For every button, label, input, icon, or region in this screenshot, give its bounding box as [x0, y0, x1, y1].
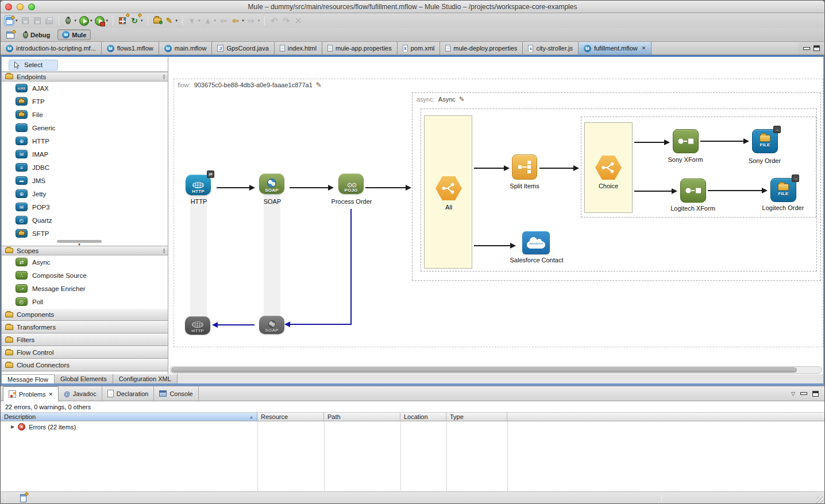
column-resource[interactable]: Resource: [257, 412, 324, 421]
close-view-icon[interactable]: ✕: [48, 391, 53, 397]
new-mule-project-button[interactable]: [117, 15, 128, 26]
run-button[interactable]: [79, 15, 89, 26]
run-secure-dropdown[interactable]: ▾: [106, 18, 109, 23]
palette-item-pop3[interactable]: ✉POP3: [2, 200, 168, 214]
tab-index-html[interactable]: index.html: [275, 42, 322, 55]
soap-node[interactable]: SOAP: [259, 173, 284, 194]
column-description[interactable]: Description▲: [1, 412, 257, 421]
back-dropdown[interactable]: ▾: [242, 18, 244, 23]
palette-group-components[interactable]: Components: [2, 308, 168, 321]
forward-dropdown[interactable]: ▾: [258, 18, 260, 23]
tab-mule-app-properties[interactable]: mule-app.properties: [322, 42, 398, 55]
tab-declaration[interactable]: → Declaration: [102, 386, 155, 401]
canvas-horizontal-scrollbar[interactable]: [169, 366, 822, 374]
tab-main-mflow[interactable]: Mmain.mflow: [159, 42, 213, 55]
tab-pom-xml[interactable]: Xpom.xml: [398, 42, 441, 55]
print-button[interactable]: [44, 15, 55, 26]
flow-canvas[interactable]: flow: 903675c0-be88-4db3-a0e9-faaae1c877…: [168, 57, 823, 374]
palette-item-generic[interactable]: Generic: [2, 121, 168, 134]
search-markers-button[interactable]: ✎: [164, 15, 175, 26]
soap-response-node[interactable]: SOAP: [259, 316, 284, 334]
tab-fufillment-mflow[interactable]: Mfufillment.mflow✕: [579, 42, 651, 55]
palette-item-async[interactable]: ⇄Async: [2, 255, 168, 269]
close-window-button[interactable]: [5, 3, 12, 10]
pin-palette-icon[interactable]: ⟨⟩: [163, 248, 164, 254]
palette-item-http[interactable]: ⊕HTTP: [2, 134, 168, 148]
palette-item-composite-source[interactable]: ∴Composite Source: [2, 269, 168, 282]
edit-flow-name-icon[interactable]: ✎: [316, 81, 322, 89]
tab-problems[interactable]: Problems ✕: [3, 386, 59, 401]
palette-group-endpoints[interactable]: Endpoints ⟨⟩: [2, 72, 168, 82]
resize-grip[interactable]: [816, 497, 824, 504]
scrollbar-thumb[interactable]: [171, 367, 797, 373]
open-resource-button[interactable]: [152, 15, 163, 26]
tab-flows1-mflow[interactable]: Mflows1.mflow: [102, 42, 159, 55]
palette-item-quartz[interactable]: ◴Quartz: [2, 214, 168, 227]
zoom-window-button[interactable]: [28, 3, 35, 10]
save-button[interactable]: [20, 15, 30, 26]
update-project-dropdown[interactable]: ▾: [141, 18, 143, 23]
run-dropdown[interactable]: ▾: [90, 18, 92, 23]
palette-group-transformers[interactable]: Transformers: [2, 321, 168, 334]
new-wizard-button[interactable]: [4, 15, 14, 26]
minimize-view-icon[interactable]: [803, 47, 810, 50]
palette-item-sftp[interactable]: SFTP: [2, 227, 168, 240]
tab-city-stroller-js[interactable]: scity-stroller.js: [523, 42, 579, 55]
palette-item-file[interactable]: File: [2, 108, 168, 121]
palette-item-message-enricher[interactable]: ‥▪Message Enricher: [2, 282, 168, 295]
save-all-button[interactable]: [32, 15, 43, 26]
open-perspective-button[interactable]: [5, 30, 16, 40]
tab-configuration-xml[interactable]: Configuration XML: [113, 374, 178, 383]
forward-button[interactable]: ⇨: [246, 15, 257, 26]
sony-order-node[interactable]: → FILE: [752, 129, 778, 153]
prev-annotation-button[interactable]: ▲: [203, 15, 213, 26]
maximize-view-icon[interactable]: [812, 391, 819, 397]
maximize-view-icon[interactable]: [814, 45, 820, 51]
column-location[interactable]: Location: [400, 412, 446, 421]
palette-group-flow-control[interactable]: Flow Control: [2, 346, 168, 359]
next-annotation-button[interactable]: ▼: [187, 15, 197, 26]
delete-button[interactable]: ✕: [293, 15, 303, 26]
http-response-node[interactable]: HTTP: [185, 316, 210, 335]
search-markers-dropdown[interactable]: ▾: [176, 18, 178, 23]
update-project-button[interactable]: ↻: [129, 15, 140, 26]
tab-gpscoord-java[interactable]: JGpsCoord.java: [212, 42, 274, 55]
tab-global-elements[interactable]: Global Elements: [55, 374, 113, 383]
debug-button[interactable]: [63, 15, 74, 26]
next-annotation-dropdown[interactable]: ▾: [198, 18, 201, 23]
view-menu-icon[interactable]: ▽: [791, 391, 795, 397]
tab-introduction-to-scripting[interactable]: Mintroduction-to-scripting.mf...: [1, 42, 102, 55]
tab-javadoc[interactable]: @ Javadoc: [59, 386, 102, 401]
expand-arrow-icon[interactable]: ▶: [11, 424, 14, 429]
tab-message-flow[interactable]: Message Flow: [2, 374, 55, 383]
undo-button[interactable]: ↶: [269, 15, 279, 26]
palette-item-ftp[interactable]: FTP: [2, 95, 168, 108]
tab-mule-deploy-properties[interactable]: mule-deploy.properties: [440, 42, 523, 55]
run-secure-button[interactable]: [95, 15, 105, 26]
process-order-node[interactable]: ⚙⚙ POJO: [338, 173, 364, 194]
sony-xform-node[interactable]: [673, 129, 699, 153]
logitech-order-node[interactable]: → FILE: [770, 178, 796, 202]
salesforce-contact-node[interactable]: salesforce: [522, 231, 550, 254]
new-wizard-dropdown[interactable]: ▾: [16, 18, 18, 23]
redo-button[interactable]: ↷: [281, 15, 291, 26]
minimize-view-icon[interactable]: [800, 392, 807, 395]
http-endpoint-node[interactable]: ⇄ HTTP: [186, 175, 211, 195]
palette-item-ajax[interactable]: AJAXAJAX: [2, 82, 168, 95]
prev-annotation-dropdown[interactable]: ▾: [214, 18, 217, 23]
palette-group-filters[interactable]: Filters: [2, 334, 168, 346]
palette-item-imap[interactable]: ✉IMAP: [2, 148, 168, 161]
column-path[interactable]: Path: [324, 412, 400, 421]
palette-group-scopes[interactable]: Scopes ⟨⟩: [2, 246, 168, 255]
split-items-node[interactable]: [512, 154, 537, 180]
last-edit-location-button[interactable]: ⇦: [218, 15, 229, 26]
errors-group-row[interactable]: ▶ ✕ Errors (22 items): [1, 422, 76, 432]
perspective-debug[interactable]: Debug: [19, 30, 54, 40]
select-tool-button[interactable]: Select: [9, 60, 58, 71]
restore-view-icon[interactable]: [20, 494, 26, 502]
minimize-window-button[interactable]: [17, 3, 24, 10]
palette-scroll-indicator[interactable]: ▾: [56, 240, 102, 246]
palette-item-jdbc[interactable]: ≡JDBC: [2, 161, 168, 174]
palette-item-jms[interactable]: ▬JMS: [2, 174, 168, 187]
edit-async-name-icon[interactable]: ✎: [459, 95, 465, 103]
